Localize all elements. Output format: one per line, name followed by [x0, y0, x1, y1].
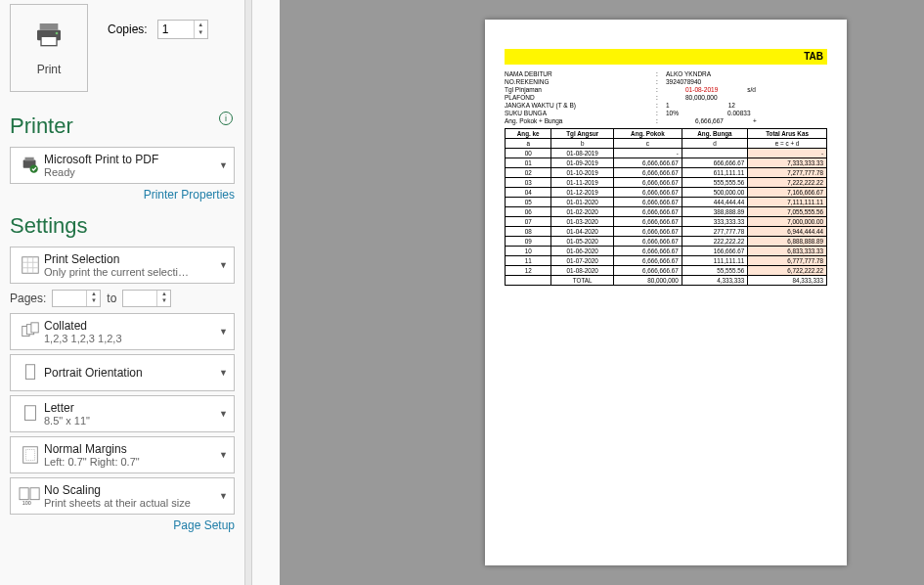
svg-rect-5	[25, 158, 34, 161]
pages-from-spinner[interactable]: ▲▼	[52, 290, 101, 307]
scaling-dropdown[interactable]: 100 No Scaling Print sheets at their act…	[10, 477, 235, 515]
chevron-down-icon: ▼	[219, 160, 228, 170]
svg-rect-16	[25, 406, 36, 421]
table-row: 1001-06-20206,666,666.67166,666.676,833,…	[506, 247, 827, 256]
table-row: 0401-12-20196,666,666.67500,000.007,166,…	[506, 188, 827, 198]
preview-heading: TAB	[505, 49, 827, 65]
svg-rect-15	[25, 365, 34, 380]
copies-spinner[interactable]: ▲▼	[157, 20, 208, 39]
chevron-down-icon: ▼	[219, 327, 228, 337]
mid-column	[252, 0, 280, 585]
copies-input[interactable]	[158, 21, 194, 38]
table-row: 0101-09-20196,666,666.67666,666.677,333,…	[506, 158, 827, 168]
chevron-down-icon: ▼	[219, 260, 228, 270]
chevron-down-icon: ▼	[219, 491, 228, 501]
table-row: 0301-11-20196,666,666.67555,555.567,222,…	[506, 178, 827, 188]
chevron-down-icon: ▼	[219, 450, 228, 460]
copies-label: Copies:	[108, 22, 148, 36]
print-button[interactable]: Print	[10, 4, 88, 92]
margins-icon	[20, 444, 41, 466]
collate-sub: 1,2,3 1,2,3 1,2,3	[44, 333, 215, 344]
table-row: 0601-02-20206,666,666.67388,888.897,055,…	[506, 207, 827, 217]
table-row: 0901-05-20206,666,666.67222,222.226,888,…	[506, 237, 827, 247]
scaling-icon: 100	[18, 485, 43, 507]
collate-icon	[20, 321, 41, 342]
margins-dropdown[interactable]: Normal Margins Left: 0.7" Right: 0.7" ▼	[10, 436, 235, 473]
print-button-label: Print	[37, 63, 62, 76]
copies-down[interactable]: ▼	[195, 28, 207, 36]
table-row: 0201-10-20196,666,666.67611,111.117,277,…	[506, 168, 827, 178]
printer-status: Ready	[44, 166, 215, 178]
svg-rect-19	[20, 488, 28, 500]
printer-heading: Printer	[10, 113, 235, 139]
print-options-panel: Print Copies: ▲▼ Printer i	[0, 0, 244, 585]
table-row: 1101-07-20206,666,666.67111,111.116,777,…	[506, 256, 827, 266]
table-row: 0501-01-20206,666,666.67444,444.447,111,…	[506, 198, 827, 207]
printer-name: Microsoft Print to PDF	[44, 153, 215, 166]
svg-point-6	[30, 165, 38, 173]
margins-title: Normal Margins	[44, 442, 215, 456]
svg-rect-20	[30, 488, 39, 500]
portrait-icon	[20, 362, 41, 383]
scaling-sub: Print sheets at their actual size	[44, 497, 215, 509]
settings-heading: Settings	[10, 213, 235, 239]
printer-icon	[33, 20, 65, 51]
svg-point-3	[56, 32, 59, 35]
orientation-dropdown[interactable]: Portrait Orientation ▼	[10, 354, 235, 391]
pages-to-label: to	[107, 292, 116, 305]
svg-rect-7	[22, 257, 39, 274]
collate-title: Collated	[44, 319, 215, 333]
copies-up[interactable]: ▲	[195, 21, 207, 28]
table-row: 0701-03-20206,666,666.67333,333.337,000,…	[506, 217, 827, 227]
margins-sub: Left: 0.7" Right: 0.7"	[44, 456, 215, 468]
paper-title: Letter	[44, 401, 215, 415]
printer-dropdown[interactable]: Microsoft Print to PDF Ready ▼	[10, 147, 235, 184]
collate-dropdown[interactable]: Collated 1,2,3 1,2,3 1,2,3 ▼	[10, 313, 235, 350]
table-row: 0801-04-20206,666,666.67277,777.786,944,…	[506, 227, 827, 237]
pages-from-input[interactable]	[53, 291, 86, 306]
scaling-title: No Scaling	[44, 483, 215, 497]
amortization-table: Ang. ke Tgl Angsur Ang. Pokok Ang. Bunga…	[505, 128, 827, 286]
svg-text:100: 100	[22, 500, 31, 506]
orientation-title: Portrait Orientation	[44, 366, 215, 380]
paper-size-dropdown[interactable]: Letter 8.5" x 11" ▼	[10, 395, 235, 432]
print-what-sub: Only print the current selecti…	[44, 266, 215, 278]
chevron-down-icon: ▼	[219, 368, 228, 378]
print-what-title: Print Selection	[44, 252, 215, 266]
grid-icon	[20, 254, 41, 276]
printer-small-icon	[20, 155, 41, 176]
page-icon	[20, 403, 41, 425]
pages-to-spinner[interactable]: ▲▼	[122, 290, 171, 307]
svg-rect-0	[40, 23, 59, 30]
chevron-down-icon: ▼	[219, 409, 228, 419]
paper-sub: 8.5" x 11"	[44, 415, 215, 427]
preview-area: TAB NAMA DEBITUR:ALKO YKNDRA NO.REKENING…	[280, 0, 924, 585]
info-icon[interactable]: i	[219, 112, 233, 125]
preview-paper: TAB NAMA DEBITUR:ALKO YKNDRA NO.REKENING…	[485, 20, 847, 565]
panel-divider	[244, 0, 252, 585]
svg-rect-2	[41, 36, 57, 45]
print-what-dropdown[interactable]: Print Selection Only print the current s…	[10, 247, 235, 284]
svg-rect-14	[31, 323, 38, 333]
table-row: 0001-08-2019--	[506, 149, 827, 158]
printer-properties-link[interactable]: Printer Properties	[10, 188, 235, 202]
pages-to-input[interactable]	[123, 291, 156, 306]
table-row: 1201-08-20206,666,666.6755,555.566,722,2…	[506, 266, 827, 276]
page-setup-link[interactable]: Page Setup	[10, 518, 235, 532]
pages-label: Pages:	[10, 292, 46, 305]
